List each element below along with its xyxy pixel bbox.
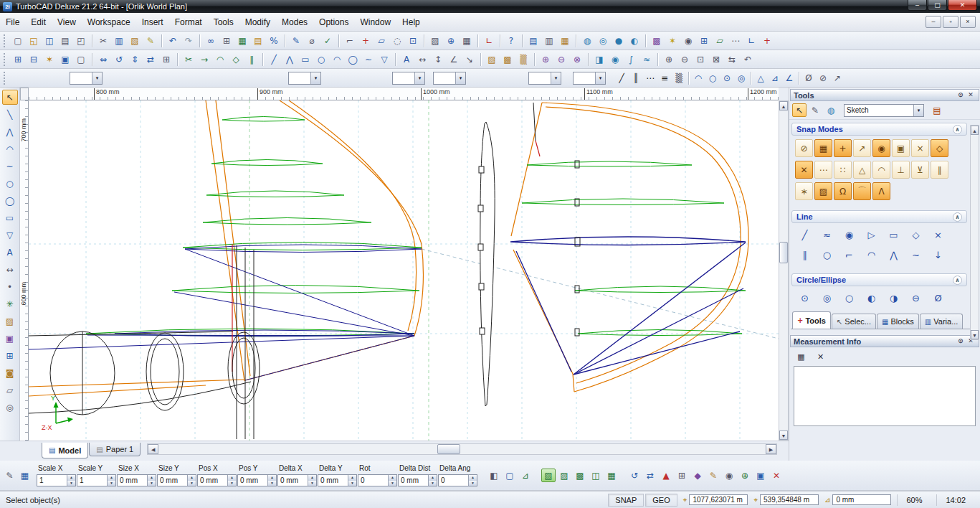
snap-quadrant-icon[interactable]: ▣ bbox=[892, 139, 910, 157]
layers-icon[interactable]: ▤ bbox=[526, 34, 541, 47]
profile-icon[interactable]: ◉ bbox=[722, 469, 736, 482]
property-combo-5[interactable]: ▾ bbox=[528, 72, 561, 85]
arc-tool-icon[interactable]: ◠ bbox=[330, 52, 344, 66]
fence-icon[interactable]: ▢ bbox=[503, 469, 517, 482]
context-help-icon[interactable]: ? bbox=[504, 34, 518, 47]
size-x-spin-up[interactable]: ▲ bbox=[148, 475, 156, 481]
alert-icon[interactable]: ▲ bbox=[659, 469, 673, 482]
y-coordinate-value[interactable]: 539,354848 m bbox=[760, 494, 819, 505]
rotate-selection-icon[interactable]: ↺ bbox=[627, 469, 642, 482]
image-tool-icon[interactable]: ▣ bbox=[2, 331, 18, 346]
snap-modes-header[interactable]: Snap Modes ∧ bbox=[791, 123, 967, 136]
freehand-line-icon[interactable]: ∼ bbox=[906, 246, 926, 263]
snap-parallel-icon[interactable]: ∥ bbox=[931, 161, 948, 179]
pen-icon[interactable]: ✎ bbox=[289, 34, 303, 47]
line-section-header[interactable]: Line ∧ bbox=[791, 210, 967, 223]
snap-tangent-icon[interactable]: ⊻ bbox=[911, 161, 929, 179]
close-button[interactable]: ✕ bbox=[948, 0, 977, 11]
scroll-down-button[interactable]: ▼ bbox=[779, 431, 788, 440]
report-table-icon[interactable]: ▦ bbox=[795, 351, 807, 362]
snap-vertex-icon[interactable]: + bbox=[834, 139, 852, 157]
node-edit-icon[interactable]: ◆ bbox=[690, 469, 705, 482]
menu-modify[interactable]: Modify bbox=[239, 14, 276, 31]
pan-icon[interactable]: ⇆ bbox=[725, 52, 739, 66]
render-quality-icon[interactable]: ◐ bbox=[627, 34, 642, 47]
panel-tab-selection[interactable]: ↖Selec... bbox=[832, 314, 876, 329]
scale-y[interactable]: Scale Y1▲▼ bbox=[77, 464, 116, 486]
size-y-spin-down[interactable]: ▼ bbox=[188, 481, 196, 486]
copy-icon[interactable]: ▥ bbox=[112, 34, 126, 47]
clear-measurement-icon[interactable]: ✕ bbox=[814, 351, 827, 362]
zoom-extents-icon[interactable]: ⊠ bbox=[709, 52, 723, 66]
select-polygon-icon[interactable]: ▩ bbox=[573, 469, 587, 482]
arc-tool-icon[interactable]: ◠ bbox=[2, 141, 18, 156]
database-icon[interactable]: ▤ bbox=[251, 34, 265, 47]
table-selection-icon[interactable]: ▣ bbox=[753, 469, 768, 482]
mdi-minimize-button[interactable]: – bbox=[926, 16, 941, 28]
scale-x[interactable]: Scale X1▲▼ bbox=[37, 464, 76, 486]
gradient-icon[interactable]: ▒ bbox=[516, 52, 531, 66]
snap-grid-icon[interactable]: ⋯ bbox=[814, 161, 832, 179]
panel-tab-tools[interactable]: +Tools bbox=[792, 311, 831, 329]
snap-toggle-icon[interactable]: + bbox=[760, 34, 774, 47]
maximize-button[interactable]: ▢ bbox=[928, 0, 947, 11]
x-coordinate-value[interactable]: 1077,623071 m bbox=[689, 494, 748, 505]
canvas-horizontal-scrollbar[interactable]: ◀ ▶ bbox=[147, 443, 777, 455]
pen-pattern-icon[interactable]: ⋯ bbox=[643, 71, 657, 85]
dim-linear-icon[interactable]: ↔ bbox=[415, 52, 429, 66]
menu-edit[interactable]: Edit bbox=[25, 14, 52, 31]
geo-status-toggle[interactable]: GEO bbox=[645, 494, 677, 507]
rot-spin-up[interactable]: ▲ bbox=[389, 475, 396, 481]
vertical-scroll-thumb[interactable] bbox=[779, 242, 788, 263]
hatch-tool-icon[interactable]: ▨ bbox=[2, 314, 18, 329]
rot[interactable]: Rot0▲▼ bbox=[358, 464, 397, 486]
three-point-circle-icon[interactable]: ◐ bbox=[862, 289, 881, 306]
select-all-mode-icon[interactable]: ▦ bbox=[604, 469, 619, 482]
delta-dist-spin-up[interactable]: ▲ bbox=[429, 475, 437, 481]
angle-mode-icon[interactable]: ∠ bbox=[782, 71, 796, 85]
rectangle-line-icon[interactable]: ▭ bbox=[884, 226, 903, 243]
view-manager-icon[interactable]: ⊞ bbox=[697, 34, 711, 47]
zoom-level[interactable]: 60% bbox=[897, 494, 931, 506]
eraser-tool-icon[interactable]: ▱ bbox=[2, 382, 18, 398]
scroll-left-button[interactable]: ◀ bbox=[148, 444, 158, 454]
snap-ortho-icon[interactable]: ✕ bbox=[795, 161, 813, 179]
rect-tool-icon[interactable]: ▭ bbox=[298, 52, 313, 66]
delta-ang-spin-down[interactable]: ▼ bbox=[469, 481, 477, 486]
array-selection-icon[interactable]: ⊞ bbox=[675, 469, 689, 482]
redo-icon[interactable]: ↷ bbox=[181, 34, 196, 47]
menu-view[interactable]: View bbox=[52, 14, 82, 31]
remove-selection-icon[interactable]: ✕ bbox=[769, 469, 784, 482]
arc-mode-icon[interactable]: ◠ bbox=[691, 71, 705, 85]
pick-region-icon[interactable]: ▱ bbox=[374, 34, 389, 47]
menu-insert[interactable]: Insert bbox=[136, 14, 169, 31]
snap-intersection-icon[interactable]: × bbox=[911, 139, 929, 157]
curve-tool-icon[interactable]: ∼ bbox=[2, 159, 18, 174]
pick-point-icon[interactable]: + bbox=[358, 34, 373, 47]
undo-icon[interactable]: ↶ bbox=[166, 34, 180, 47]
minimize-button[interactable]: – bbox=[908, 0, 927, 11]
tab-paper1[interactable]: ▤Paper 1 bbox=[89, 443, 141, 456]
pin-icon[interactable]: ⊙ bbox=[956, 337, 966, 346]
menu-options[interactable]: Options bbox=[313, 14, 354, 31]
paste-icon[interactable]: ▧ bbox=[128, 34, 142, 47]
construction-tool-icon[interactable]: ✳ bbox=[2, 296, 18, 311]
property-combo-5-arrow[interactable]: ▾ bbox=[551, 72, 561, 84]
snap-angular-icon[interactable]: Λ bbox=[872, 182, 890, 200]
menu-file[interactable]: File bbox=[0, 14, 25, 31]
property-combo-4[interactable]: ▾ bbox=[433, 72, 466, 85]
angle-line-icon[interactable]: ⌐ bbox=[839, 246, 859, 263]
insert-block-icon[interactable]: ⊞ bbox=[11, 52, 25, 66]
snap-magnet-icon[interactable]: Ω bbox=[834, 182, 852, 200]
scroll-up-button[interactable]: ▲ bbox=[779, 101, 788, 110]
menu-window[interactable]: Window bbox=[354, 14, 396, 31]
property-combo-4-arrow[interactable]: ▾ bbox=[455, 72, 465, 84]
pick-edge-icon[interactable]: ⊿ bbox=[518, 469, 533, 482]
group-icon[interactable]: ▣ bbox=[58, 52, 72, 66]
property-combo-1-arrow[interactable]: ▾ bbox=[92, 72, 102, 84]
select-fence-icon[interactable]: ◫ bbox=[589, 469, 603, 482]
explode-icon[interactable]: ✶ bbox=[42, 52, 57, 66]
rotated-rect-icon[interactable]: ◇ bbox=[906, 226, 926, 243]
pos-x-input[interactable]: 0 mm bbox=[198, 475, 227, 486]
snap-plane-icon[interactable]: △ bbox=[853, 161, 871, 179]
